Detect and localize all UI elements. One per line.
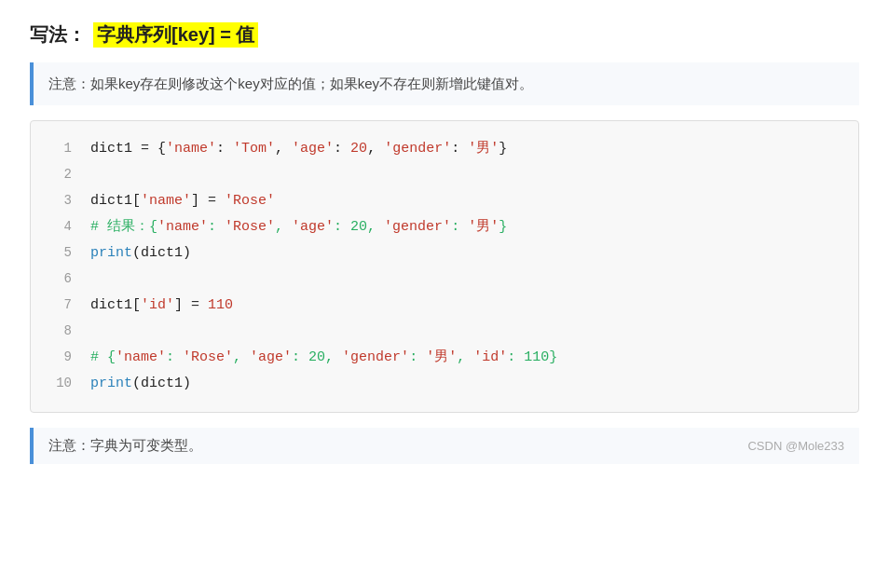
line-number: 8 [46, 320, 72, 343]
code-block: 1 dict1 = {'name': 'Tom', 'age': 20, 'ge… [30, 120, 859, 413]
code-content [90, 267, 843, 292]
code-content: dict1['id'] = 110 [90, 293, 843, 318]
code-line: 5 print(dict1) [31, 240, 858, 267]
code-line: 10 print(dict1) [31, 371, 858, 397]
line-number: 6 [46, 267, 72, 291]
code-content: dict1['name'] = 'Rose' [90, 188, 843, 213]
code-line: 3 dict1['name'] = 'Rose' [31, 188, 858, 214]
title-highlight: 字典序列[key] = 值 [93, 22, 258, 48]
line-number: 5 [46, 241, 72, 265]
code-content [90, 319, 843, 344]
code-content [90, 162, 843, 187]
title-section: 写法： 字典序列[key] = 值 [30, 22, 859, 48]
line-number: 4 [46, 215, 72, 239]
code-content: print(dict1) [90, 240, 843, 266]
line-number: 1 [46, 137, 72, 160]
bottom-note-text: 注意：字典为可变类型。 [48, 437, 202, 455]
code-content: # {'name': 'Rose', 'age': 20, 'gender': … [90, 345, 843, 370]
line-number: 9 [46, 346, 72, 369]
code-line: 6 [31, 267, 858, 293]
title-prefix: 写法： [30, 22, 86, 48]
line-number: 2 [46, 163, 72, 186]
code-line: 7 dict1['id'] = 110 [31, 293, 858, 319]
line-number: 7 [46, 294, 72, 317]
code-content: dict1 = {'name': 'Tom', 'age': 20, 'gend… [90, 136, 843, 161]
line-number: 10 [46, 372, 72, 395]
note-top-text: 注意：如果key存在则修改这个key对应的值；如果key不存在则新增此键值对。 [48, 75, 533, 91]
note-block-top: 注意：如果key存在则修改这个key对应的值；如果key不存在则新增此键值对。 [30, 62, 859, 105]
code-content: print(dict1) [90, 371, 843, 396]
code-line: 1 dict1 = {'name': 'Tom', 'age': 20, 'ge… [31, 136, 858, 162]
code-line: 4 # 结果：{'name': 'Rose', 'age': 20, 'gend… [31, 214, 858, 240]
line-number: 3 [46, 189, 72, 212]
code-line: 2 [31, 162, 858, 188]
code-line: 9 # {'name': 'Rose', 'age': 20, 'gender'… [31, 345, 858, 371]
code-line: 8 [31, 319, 858, 345]
page-container: 写法： 字典序列[key] = 值 注意：如果key存在则修改这个key对应的值… [0, 0, 889, 588]
bottom-note: 注意：字典为可变类型。 CSDN @Mole233 [30, 428, 859, 464]
code-content: # 结果：{'name': 'Rose', 'age': 20, 'gender… [90, 214, 843, 239]
watermark: CSDN @Mole233 [747, 439, 844, 453]
